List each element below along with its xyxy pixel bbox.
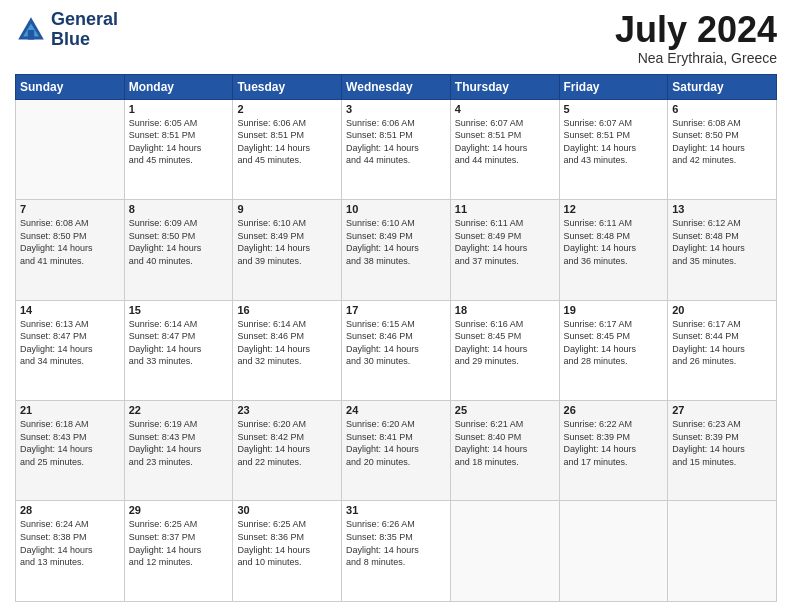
month-year: July 2024 bbox=[615, 10, 777, 50]
table-row: 15Sunrise: 6:14 AM Sunset: 8:47 PM Dayli… bbox=[124, 300, 233, 400]
day-number: 30 bbox=[237, 504, 337, 516]
day-info: Sunrise: 6:23 AM Sunset: 8:39 PM Dayligh… bbox=[672, 418, 772, 468]
header: General Blue July 2024 Nea Erythraia, Gr… bbox=[15, 10, 777, 66]
table-row: 27Sunrise: 6:23 AM Sunset: 8:39 PM Dayli… bbox=[668, 401, 777, 501]
calendar-week-5: 28Sunrise: 6:24 AM Sunset: 8:38 PM Dayli… bbox=[16, 501, 777, 602]
title-block: July 2024 Nea Erythraia, Greece bbox=[615, 10, 777, 66]
col-thursday: Thursday bbox=[450, 74, 559, 99]
day-info: Sunrise: 6:20 AM Sunset: 8:41 PM Dayligh… bbox=[346, 418, 446, 468]
day-info: Sunrise: 6:15 AM Sunset: 8:46 PM Dayligh… bbox=[346, 318, 446, 368]
table-row: 31Sunrise: 6:26 AM Sunset: 8:35 PM Dayli… bbox=[342, 501, 451, 602]
day-number: 22 bbox=[129, 404, 229, 416]
day-number: 2 bbox=[237, 103, 337, 115]
day-number: 26 bbox=[564, 404, 664, 416]
day-info: Sunrise: 6:08 AM Sunset: 8:50 PM Dayligh… bbox=[20, 217, 120, 267]
day-info: Sunrise: 6:20 AM Sunset: 8:42 PM Dayligh… bbox=[237, 418, 337, 468]
day-number: 6 bbox=[672, 103, 772, 115]
day-number: 9 bbox=[237, 203, 337, 215]
table-row: 23Sunrise: 6:20 AM Sunset: 8:42 PM Dayli… bbox=[233, 401, 342, 501]
calendar-week-2: 7Sunrise: 6:08 AM Sunset: 8:50 PM Daylig… bbox=[16, 200, 777, 300]
table-row bbox=[668, 501, 777, 602]
day-info: Sunrise: 6:05 AM Sunset: 8:51 PM Dayligh… bbox=[129, 117, 229, 167]
table-row: 19Sunrise: 6:17 AM Sunset: 8:45 PM Dayli… bbox=[559, 300, 668, 400]
day-info: Sunrise: 6:14 AM Sunset: 8:47 PM Dayligh… bbox=[129, 318, 229, 368]
day-number: 17 bbox=[346, 304, 446, 316]
table-row: 14Sunrise: 6:13 AM Sunset: 8:47 PM Dayli… bbox=[16, 300, 125, 400]
day-info: Sunrise: 6:14 AM Sunset: 8:46 PM Dayligh… bbox=[237, 318, 337, 368]
col-sunday: Sunday bbox=[16, 74, 125, 99]
table-row bbox=[559, 501, 668, 602]
day-number: 1 bbox=[129, 103, 229, 115]
day-info: Sunrise: 6:11 AM Sunset: 8:48 PM Dayligh… bbox=[564, 217, 664, 267]
day-number: 31 bbox=[346, 504, 446, 516]
table-row: 30Sunrise: 6:25 AM Sunset: 8:36 PM Dayli… bbox=[233, 501, 342, 602]
day-info: Sunrise: 6:25 AM Sunset: 8:37 PM Dayligh… bbox=[129, 518, 229, 568]
table-row: 26Sunrise: 6:22 AM Sunset: 8:39 PM Dayli… bbox=[559, 401, 668, 501]
day-info: Sunrise: 6:21 AM Sunset: 8:40 PM Dayligh… bbox=[455, 418, 555, 468]
day-info: Sunrise: 6:13 AM Sunset: 8:47 PM Dayligh… bbox=[20, 318, 120, 368]
svg-rect-2 bbox=[28, 30, 34, 40]
table-row: 28Sunrise: 6:24 AM Sunset: 8:38 PM Dayli… bbox=[16, 501, 125, 602]
table-row: 10Sunrise: 6:10 AM Sunset: 8:49 PM Dayli… bbox=[342, 200, 451, 300]
day-number: 27 bbox=[672, 404, 772, 416]
table-row: 5Sunrise: 6:07 AM Sunset: 8:51 PM Daylig… bbox=[559, 99, 668, 199]
day-info: Sunrise: 6:24 AM Sunset: 8:38 PM Dayligh… bbox=[20, 518, 120, 568]
table-row: 3Sunrise: 6:06 AM Sunset: 8:51 PM Daylig… bbox=[342, 99, 451, 199]
day-number: 29 bbox=[129, 504, 229, 516]
day-number: 20 bbox=[672, 304, 772, 316]
day-number: 3 bbox=[346, 103, 446, 115]
day-number: 11 bbox=[455, 203, 555, 215]
table-row: 7Sunrise: 6:08 AM Sunset: 8:50 PM Daylig… bbox=[16, 200, 125, 300]
table-row bbox=[16, 99, 125, 199]
table-row: 8Sunrise: 6:09 AM Sunset: 8:50 PM Daylig… bbox=[124, 200, 233, 300]
location: Nea Erythraia, Greece bbox=[615, 50, 777, 66]
table-row: 1Sunrise: 6:05 AM Sunset: 8:51 PM Daylig… bbox=[124, 99, 233, 199]
day-number: 7 bbox=[20, 203, 120, 215]
col-tuesday: Tuesday bbox=[233, 74, 342, 99]
day-number: 8 bbox=[129, 203, 229, 215]
col-monday: Monday bbox=[124, 74, 233, 99]
page: General Blue July 2024 Nea Erythraia, Gr… bbox=[0, 0, 792, 612]
day-info: Sunrise: 6:06 AM Sunset: 8:51 PM Dayligh… bbox=[237, 117, 337, 167]
day-number: 21 bbox=[20, 404, 120, 416]
day-info: Sunrise: 6:25 AM Sunset: 8:36 PM Dayligh… bbox=[237, 518, 337, 568]
day-info: Sunrise: 6:17 AM Sunset: 8:44 PM Dayligh… bbox=[672, 318, 772, 368]
day-number: 4 bbox=[455, 103, 555, 115]
logo-icon bbox=[15, 14, 47, 46]
day-number: 15 bbox=[129, 304, 229, 316]
logo-text: General Blue bbox=[51, 10, 118, 50]
day-info: Sunrise: 6:06 AM Sunset: 8:51 PM Dayligh… bbox=[346, 117, 446, 167]
calendar-week-4: 21Sunrise: 6:18 AM Sunset: 8:43 PM Dayli… bbox=[16, 401, 777, 501]
table-row: 13Sunrise: 6:12 AM Sunset: 8:48 PM Dayli… bbox=[668, 200, 777, 300]
table-row: 25Sunrise: 6:21 AM Sunset: 8:40 PM Dayli… bbox=[450, 401, 559, 501]
day-info: Sunrise: 6:07 AM Sunset: 8:51 PM Dayligh… bbox=[564, 117, 664, 167]
day-info: Sunrise: 6:07 AM Sunset: 8:51 PM Dayligh… bbox=[455, 117, 555, 167]
day-number: 18 bbox=[455, 304, 555, 316]
day-number: 13 bbox=[672, 203, 772, 215]
day-info: Sunrise: 6:26 AM Sunset: 8:35 PM Dayligh… bbox=[346, 518, 446, 568]
day-number: 5 bbox=[564, 103, 664, 115]
table-row: 18Sunrise: 6:16 AM Sunset: 8:45 PM Dayli… bbox=[450, 300, 559, 400]
day-info: Sunrise: 6:10 AM Sunset: 8:49 PM Dayligh… bbox=[346, 217, 446, 267]
day-info: Sunrise: 6:11 AM Sunset: 8:49 PM Dayligh… bbox=[455, 217, 555, 267]
day-number: 24 bbox=[346, 404, 446, 416]
col-wednesday: Wednesday bbox=[342, 74, 451, 99]
table-row: 4Sunrise: 6:07 AM Sunset: 8:51 PM Daylig… bbox=[450, 99, 559, 199]
day-number: 10 bbox=[346, 203, 446, 215]
day-info: Sunrise: 6:18 AM Sunset: 8:43 PM Dayligh… bbox=[20, 418, 120, 468]
table-row: 21Sunrise: 6:18 AM Sunset: 8:43 PM Dayli… bbox=[16, 401, 125, 501]
day-info: Sunrise: 6:10 AM Sunset: 8:49 PM Dayligh… bbox=[237, 217, 337, 267]
day-info: Sunrise: 6:16 AM Sunset: 8:45 PM Dayligh… bbox=[455, 318, 555, 368]
day-info: Sunrise: 6:22 AM Sunset: 8:39 PM Dayligh… bbox=[564, 418, 664, 468]
col-saturday: Saturday bbox=[668, 74, 777, 99]
col-friday: Friday bbox=[559, 74, 668, 99]
table-row: 17Sunrise: 6:15 AM Sunset: 8:46 PM Dayli… bbox=[342, 300, 451, 400]
table-row: 22Sunrise: 6:19 AM Sunset: 8:43 PM Dayli… bbox=[124, 401, 233, 501]
table-row: 24Sunrise: 6:20 AM Sunset: 8:41 PM Dayli… bbox=[342, 401, 451, 501]
table-row bbox=[450, 501, 559, 602]
table-row: 2Sunrise: 6:06 AM Sunset: 8:51 PM Daylig… bbox=[233, 99, 342, 199]
table-row: 16Sunrise: 6:14 AM Sunset: 8:46 PM Dayli… bbox=[233, 300, 342, 400]
day-info: Sunrise: 6:19 AM Sunset: 8:43 PM Dayligh… bbox=[129, 418, 229, 468]
table-row: 9Sunrise: 6:10 AM Sunset: 8:49 PM Daylig… bbox=[233, 200, 342, 300]
calendar-week-1: 1Sunrise: 6:05 AM Sunset: 8:51 PM Daylig… bbox=[16, 99, 777, 199]
